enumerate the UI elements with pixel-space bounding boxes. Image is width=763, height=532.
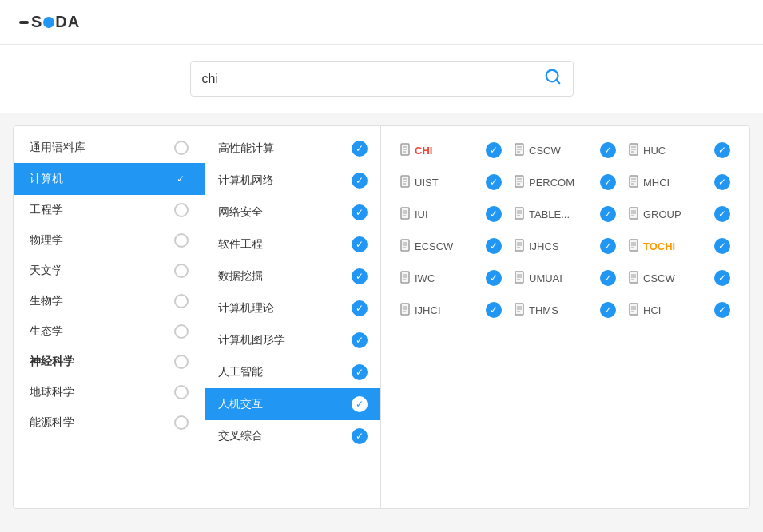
left-item-7[interactable]: 神经科学: [14, 347, 205, 377]
grid-label-13: UMUAI: [529, 272, 597, 284]
grid-check-icon-6: ✓: [486, 206, 502, 222]
left-item-9[interactable]: 能源科学: [14, 407, 205, 438]
mid-item-label-8: 人机交互: [218, 397, 263, 411]
logo-circle: [43, 17, 54, 28]
grid-item-5[interactable]: MHCI✓: [622, 168, 737, 197]
grid-item-3[interactable]: UIST✓: [394, 168, 508, 197]
grid-item-10[interactable]: IJHCS✓: [508, 232, 622, 260]
grid-item-0[interactable]: CHI✓: [394, 136, 508, 165]
left-item-0[interactable]: 通用语料库: [14, 133, 205, 163]
left-item-5[interactable]: 生物学: [14, 286, 205, 316]
grid-label-11: TOCHI: [643, 240, 711, 252]
grid-check-icon-5: ✓: [714, 174, 730, 190]
grid-item-11[interactable]: TOCHI✓: [622, 232, 737, 260]
doc-icon-14: [629, 271, 640, 286]
left-radio-icon-3: [174, 233, 189, 248]
mid-item-7[interactable]: 人工智能✓: [205, 356, 380, 388]
grid-check-icon-14: ✓: [714, 270, 730, 286]
grid-item-4[interactable]: PERCOM✓: [508, 168, 622, 197]
doc-icon-9: [400, 239, 411, 254]
grid-item-14[interactable]: CSCW✓: [622, 264, 737, 292]
grid-label-6: IUI: [415, 208, 483, 220]
left-item-4[interactable]: 天文学: [14, 256, 205, 286]
items-grid: CHI✓CSCW✓HUC✓UIST✓PERCOM✓MHCI✓IUI✓TABLE.…: [394, 136, 737, 324]
mid-check-icon-8: ✓: [352, 396, 368, 412]
search-section: [0, 45, 763, 113]
search-icon[interactable]: [544, 68, 562, 89]
content-panel: 通用语料库计算机✓工程学物理学天文学生物学生态学神经科学地球科学能源科学 高性能…: [13, 125, 750, 509]
grid-label-7: TABLE...: [529, 208, 597, 220]
left-item-label-7: 神经科学: [30, 355, 74, 369]
mid-column: 高性能计算✓计算机网络✓网络安全✓软件工程✓数据挖掘✓计算机理论✓计算机图形学✓…: [205, 126, 381, 508]
mid-item-label-5: 计算机理论: [218, 301, 274, 316]
left-radio-icon-9: [174, 415, 189, 430]
grid-item-15[interactable]: IJHCI✓: [394, 296, 508, 324]
grid-label-0: CHI: [415, 145, 483, 157]
left-radio-icon-8: [174, 385, 189, 399]
grid-label-8: GROUP: [643, 208, 711, 220]
grid-item-12[interactable]: IWC✓: [394, 264, 508, 292]
left-item-6[interactable]: 生态学: [14, 316, 205, 347]
left-item-label-5: 生物学: [30, 294, 63, 308]
logo-soda: S: [31, 13, 42, 31]
left-radio-icon-0: [174, 141, 189, 155]
mid-item-4[interactable]: 数据挖掘✓: [205, 260, 380, 292]
grid-check-icon-16: ✓: [600, 302, 616, 318]
mid-item-label-2: 网络安全: [218, 205, 263, 220]
grid-item-1[interactable]: CSCW✓: [508, 136, 622, 165]
left-item-3[interactable]: 物理学: [14, 225, 205, 256]
grid-label-14: CSCW: [643, 272, 711, 284]
grid-item-9[interactable]: ECSCW✓: [394, 232, 508, 260]
mid-item-9[interactable]: 交叉综合✓: [205, 420, 380, 452]
left-radio-icon-7: [174, 355, 189, 369]
doc-icon-15: [400, 303, 411, 318]
doc-icon-0: [400, 143, 411, 158]
grid-label-1: CSCW: [529, 145, 597, 157]
left-item-label-1: 计算机: [30, 172, 63, 186]
grid-check-icon-8: ✓: [714, 206, 730, 222]
left-item-label-8: 地球科学: [30, 385, 74, 399]
left-item-label-4: 天文学: [30, 264, 63, 278]
mid-item-label-9: 交叉综合: [218, 429, 263, 443]
doc-icon-11: [629, 239, 640, 254]
header: SDA: [0, 0, 763, 45]
grid-item-16[interactable]: THMS✓: [508, 296, 622, 324]
grid-check-icon-13: ✓: [600, 270, 616, 286]
mid-item-0[interactable]: 高性能计算✓: [205, 133, 380, 165]
left-item-8[interactable]: 地球科学: [14, 377, 205, 407]
grid-item-17[interactable]: HCI✓: [622, 296, 737, 324]
doc-icon-13: [515, 271, 526, 286]
doc-icon-7: [515, 207, 526, 222]
grid-item-13[interactable]: UMUAI✓: [508, 264, 622, 292]
logo-da: DA: [55, 13, 80, 31]
grid-check-icon-15: ✓: [486, 302, 502, 318]
grid-item-6[interactable]: IUI✓: [394, 200, 508, 228]
left-item-label-3: 物理学: [30, 233, 63, 248]
grid-check-icon-9: ✓: [486, 238, 502, 254]
grid-check-icon-11: ✓: [714, 238, 730, 254]
mid-item-6[interactable]: 计算机图形学✓: [205, 324, 380, 356]
mid-check-icon-6: ✓: [352, 332, 368, 348]
left-item-1[interactable]: 计算机✓: [14, 163, 205, 195]
search-input[interactable]: [202, 72, 544, 86]
doc-icon-16: [515, 303, 526, 318]
mid-item-1[interactable]: 计算机网络✓: [205, 165, 380, 197]
mid-item-label-6: 计算机图形学: [218, 333, 285, 347]
grid-item-8[interactable]: GROUP✓: [622, 200, 737, 228]
mid-item-5[interactable]: 计算机理论✓: [205, 292, 380, 324]
mid-check-icon-1: ✓: [352, 173, 368, 189]
left-item-2[interactable]: 工程学: [14, 195, 205, 225]
grid-label-16: THMS: [529, 304, 597, 316]
grid-label-2: HUC: [643, 145, 711, 157]
grid-label-4: PERCOM: [529, 177, 597, 189]
mid-item-2[interactable]: 网络安全✓: [205, 197, 380, 228]
grid-item-2[interactable]: HUC✓: [622, 136, 737, 165]
grid-label-17: HCI: [643, 304, 711, 316]
doc-icon-12: [400, 271, 411, 286]
svg-line-1: [556, 80, 559, 83]
left-item-label-9: 能源科学: [30, 415, 74, 430]
grid-item-7[interactable]: TABLE...✓: [508, 200, 622, 228]
mid-check-icon-3: ✓: [352, 236, 368, 252]
mid-item-3[interactable]: 软件工程✓: [205, 228, 380, 260]
mid-item-8[interactable]: 人机交互✓: [205, 388, 380, 420]
